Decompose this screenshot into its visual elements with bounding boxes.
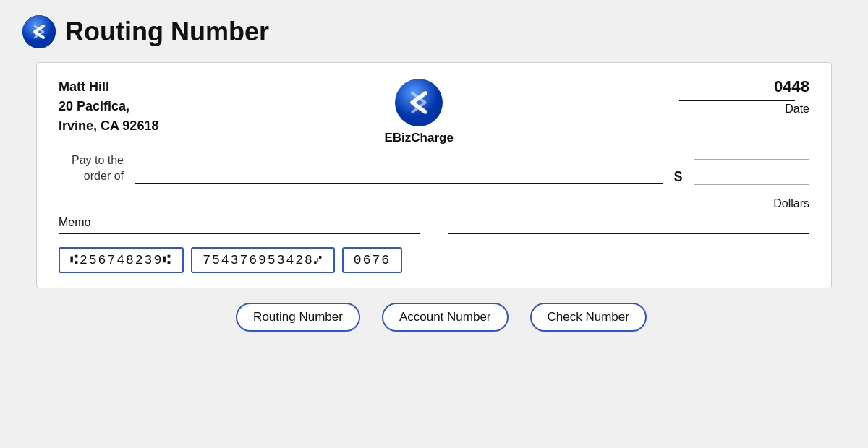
dollar-sign: $ bbox=[674, 168, 682, 185]
check-top-row: Matt Hill 20 Pacifica, Irvine, CA 92618 … bbox=[59, 77, 809, 145]
dollars-line bbox=[59, 191, 809, 191]
micr-routing-box: ⑆256748239⑆ bbox=[59, 247, 184, 273]
check-number-date: 0448 Date bbox=[679, 77, 809, 116]
pay-to-row: Pay to theorder of $ bbox=[59, 152, 809, 185]
micr-row: ⑆256748239⑆ 754376953428⑇ 0676 bbox=[59, 247, 809, 273]
check-number: 0448 bbox=[679, 77, 809, 96]
memo-section: Memo bbox=[59, 216, 809, 234]
routing-number-label: Routing Number bbox=[236, 303, 360, 332]
check-address2: Irvine, CA 92618 bbox=[59, 116, 158, 136]
memo-label: Memo bbox=[59, 216, 809, 229]
micr-check-box: 0676 bbox=[342, 247, 402, 273]
check-brand-label: EBizCharge bbox=[385, 131, 454, 145]
date-label: Date bbox=[679, 103, 809, 116]
pay-to-line bbox=[135, 183, 663, 184]
pay-to-label: Pay to theorder of bbox=[59, 152, 124, 185]
page-title: Routing Number bbox=[65, 17, 269, 47]
memo-line-right bbox=[448, 233, 809, 234]
dollars-row: Dollars bbox=[59, 197, 809, 210]
labels-row: Routing Number Account Number Check Numb… bbox=[221, 303, 647, 332]
date-line bbox=[679, 100, 795, 101]
svg-point-2 bbox=[395, 79, 443, 126]
account-number-label: Account Number bbox=[382, 303, 509, 332]
dollars-label: Dollars bbox=[773, 197, 809, 210]
check-address1: 20 Pacifica, bbox=[59, 97, 158, 116]
svg-point-1 bbox=[22, 15, 56, 48]
check-number-label: Check Number bbox=[530, 303, 647, 332]
memo-line-left bbox=[59, 233, 420, 234]
page-header: Routing Number bbox=[22, 14, 269, 49]
check-name: Matt Hill bbox=[59, 77, 158, 97]
check-name-address: Matt Hill 20 Pacifica, Irvine, CA 92618 bbox=[59, 77, 158, 136]
amount-box[interactable] bbox=[694, 159, 809, 185]
check-container: Matt Hill 20 Pacifica, Irvine, CA 92618 … bbox=[36, 62, 832, 288]
memo-lines bbox=[59, 233, 809, 234]
micr-account-box: 754376953428⑇ bbox=[191, 247, 335, 273]
check-ebizcharge-logo-icon bbox=[393, 77, 444, 128]
ebizcharge-logo-icon bbox=[22, 14, 56, 49]
check-logo-center: EBizCharge bbox=[385, 77, 454, 145]
